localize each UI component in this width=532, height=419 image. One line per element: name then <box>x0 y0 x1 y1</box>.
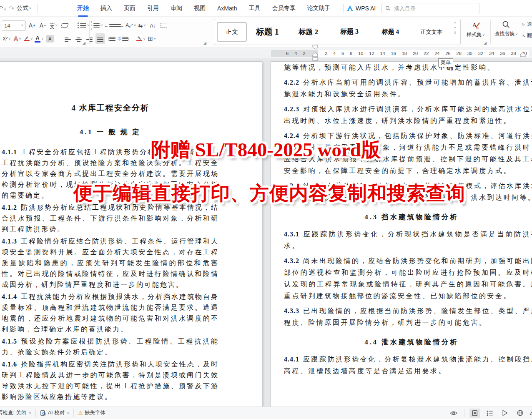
increase-font-button[interactable]: A+ <box>27 20 37 31</box>
styles-dialog-launcher[interactable]: ◢ <box>484 41 487 45</box>
missing-font-warning[interactable]: ⚠ 缺失字体 <box>78 409 105 416</box>
sort-button[interactable] <box>148 20 158 31</box>
align-left-icon <box>65 36 71 42</box>
cursor-icon <box>522 22 525 28</box>
ai-proofread-icon <box>40 410 46 416</box>
decrease-indent-button[interactable]: ← <box>104 20 113 31</box>
highlight-button[interactable] <box>23 33 33 44</box>
clause-paragraph: 4.2.2分析水库当前可用的调洪库容、预泄可能增加的蓄洪库容、泄洪设施泄水能力和… <box>284 77 532 100</box>
gallery-more-icon[interactable]: ⇓ <box>454 31 457 35</box>
distribute-button[interactable] <box>106 33 116 44</box>
style-heading4[interactable]: 标题 4 <box>370 28 411 36</box>
undo-icon[interactable]: ↶ <box>0 5 6 13</box>
clause-paragraph: 4.1.5预设抢险方案应根据防洪形势、工程险情、工程抗洪能力、抢险实施条件分析后… <box>2 336 219 358</box>
wps-ai-button[interactable]: WPS AI <box>347 5 376 12</box>
search-input[interactable] <box>393 5 476 12</box>
tab-paper-helper[interactable]: 论文助手 <box>307 0 330 17</box>
style-bodytext[interactable]: 正文文本 <box>411 28 452 36</box>
borders-icon: ⊞ <box>148 35 153 43</box>
print-layout-icon <box>472 410 478 416</box>
outline-view-button[interactable] <box>484 409 495 418</box>
style-normal[interactable]: 正文 <box>217 22 247 42</box>
style-heading1[interactable]: 标题 1 <box>247 26 288 38</box>
tab-review[interactable]: 审阅 <box>171 0 182 17</box>
gallery-down-icon[interactable]: ˅ <box>454 26 456 30</box>
first-line-indent-marker[interactable] <box>312 45 318 50</box>
bullet-list-button[interactable] <box>78 20 89 31</box>
web-layout-button[interactable] <box>514 409 525 418</box>
search-box[interactable] <box>381 3 479 14</box>
clause-paragraph: 4.3.2尚未出现险情的，应结合防洪形势变化和前期研判，加强可能出险部位的巡视检… <box>284 255 532 302</box>
find-replace-button[interactable]: 查找替换 <box>493 20 519 38</box>
document-canvas: 4 水库工程安全分析 4.1 一 般 规 定 4.1.1工程安全分析应包括工程防… <box>0 58 532 406</box>
text-direction-button[interactable]: A⤢ <box>125 20 136 31</box>
horizontal-ruler: 6 4 2 24 68 1012 1416 1820 2224 2628 303… <box>0 48 532 58</box>
borders-button[interactable]: ⊞ <box>147 33 157 44</box>
select-button[interactable]: 选 <box>522 21 532 28</box>
line-spacing-button[interactable] <box>117 33 129 44</box>
spellcheck-status[interactable]: 写检查: 关闭 <box>0 409 31 416</box>
asian-layout-button[interactable]: ⇆ <box>137 20 147 31</box>
eye-protect-button[interactable] <box>448 409 459 418</box>
divider <box>343 4 344 13</box>
shading-button[interactable] <box>136 33 146 44</box>
tab-view[interactable]: 视图 <box>194 0 206 17</box>
tab-page[interactable]: 页面 <box>124 0 136 17</box>
eraser-icon <box>60 23 69 28</box>
increase-indent-button[interactable]: → <box>115 20 124 31</box>
redo-icon[interactable]: ↷ <box>9 5 14 13</box>
font-size-select[interactable]: 14 <box>2 20 26 31</box>
tab-insert[interactable]: 插入 <box>100 0 112 17</box>
style-set-button[interactable]: A 样式集 <box>464 20 488 38</box>
justify-icon <box>97 36 103 42</box>
paragraph-dialog-launcher[interactable]: ◢ <box>203 41 206 45</box>
superscript-button[interactable]: X² <box>2 33 11 44</box>
read-mode-button[interactable] <box>499 409 510 418</box>
char-shading-icon: A <box>46 35 54 43</box>
align-center-button[interactable] <box>74 33 83 44</box>
page-right[interactable]: 施等情况，预测可能入库洪水，并考虑洪水不确定性影响。 4.2.2分析水库当前可用… <box>271 61 532 406</box>
clause-paragraph: 4.1.4工程抗洪能力分析应根据预报洪水，分析挡水建筑物自身质量标准、顶高程和泄… <box>2 291 219 335</box>
tab-member[interactable]: 会员专享 <box>272 0 295 17</box>
distribute-icon <box>108 37 114 41</box>
cut-off-zoom-icon[interactable] <box>529 409 532 418</box>
decrease-font-button[interactable]: A− <box>38 20 48 31</box>
print-layout-button[interactable] <box>469 409 480 418</box>
phonetic-guide-button[interactable] <box>49 20 58 31</box>
chapter-heading: 4 水库工程安全分析 <box>2 103 219 113</box>
align-left-button[interactable] <box>63 33 73 44</box>
style-heading2[interactable]: 标题 2 <box>288 27 329 37</box>
font-name-select-caret[interactable] <box>0 22 0 29</box>
tab-axmath[interactable]: AxMath <box>217 0 237 17</box>
right-indent-marker[interactable] <box>520 52 526 57</box>
tab-reference[interactable]: 引用 <box>147 0 159 17</box>
shading-icon <box>136 36 142 41</box>
font-dialog-launcher[interactable]: ◢ <box>83 41 85 45</box>
text-effects-button[interactable]: A <box>13 33 22 44</box>
tab-home[interactable]: 开始 <box>77 0 89 17</box>
translate-button[interactable]: 翻 <box>522 32 532 39</box>
increase-indent-icon: → <box>115 23 124 28</box>
clause-paragraph: 4.3.3已出现险情的，应根据当前防洪形势、险情发生部位、类型、严重程度、险情原… <box>284 305 532 329</box>
ruler-text-zone: 24 68 1012 1416 1820 2224 2628 3032 3436… <box>318 50 529 57</box>
clear-format-button[interactable] <box>60 20 69 31</box>
ai-proofread-button[interactable]: AI 校对 <box>40 409 70 416</box>
continuation-line: 施等情况，预测可能入库洪水，并考虑洪水不确定性影响。 <box>284 62 532 73</box>
gallery-up-icon[interactable]: ˄ <box>454 21 456 25</box>
justify-button[interactable] <box>95 33 105 44</box>
formula-menu[interactable]: 公式 <box>17 5 31 12</box>
text-effects-icon: A <box>14 35 18 42</box>
style-heading3[interactable]: 标题 3 <box>329 28 370 36</box>
clause-paragraph: 4.1.2防洪形势分析应总结工程现状和历史险情等基本情况，结合洪水预报、工程条件… <box>2 202 219 235</box>
show-marks-button[interactable] <box>159 20 168 31</box>
char-shading-button[interactable]: A <box>45 33 55 44</box>
eye-icon <box>450 410 457 416</box>
font-color-button[interactable]: A <box>34 33 44 44</box>
cut-dropdown-caret[interactable] <box>0 35 0 43</box>
tab-tools[interactable]: 工具 <box>248 0 260 17</box>
numbered-list-icon: 123 <box>91 20 100 31</box>
style-gallery: 正文 标题 1 标题 2 标题 3 标题 4 正文文本 <box>214 19 461 45</box>
page-left[interactable]: 4 水库工程安全分析 4.1 一 般 规 定 4.1.1工程安全分析应包括工程防… <box>0 61 262 406</box>
hanging-indent-marker[interactable] <box>312 52 318 61</box>
numbered-list-button[interactable]: 123 <box>91 20 103 31</box>
